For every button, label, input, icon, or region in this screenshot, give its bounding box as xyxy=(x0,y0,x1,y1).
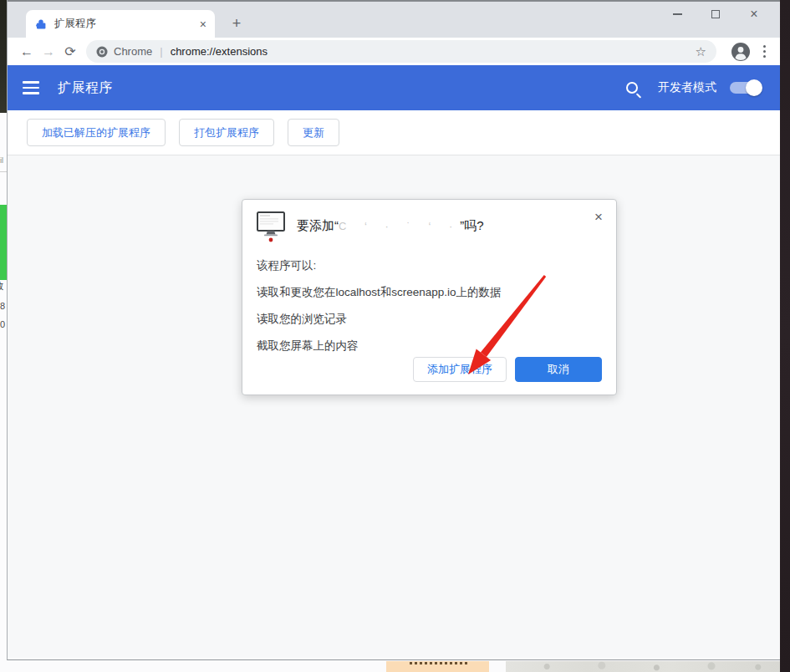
toggle-knob xyxy=(746,79,762,96)
add-extension-dialog: 要添加“C ‘ · ˙ ‘ ·”吗? × 该程序可以: 读取和更改您在local… xyxy=(242,199,617,395)
extension-puzzle-icon xyxy=(34,18,48,31)
cancel-button[interactable]: 取消 xyxy=(515,357,602,382)
background-divider-fragment xyxy=(0,171,7,172)
window-controls: × xyxy=(658,2,773,27)
background-window-bottom-sliver xyxy=(0,660,780,672)
close-window-button[interactable]: × xyxy=(735,2,773,27)
add-extension-button[interactable]: 添加扩展程序 xyxy=(413,357,507,382)
dialog-title-redacted-name: C ‘ · ˙ ‘ · xyxy=(339,220,460,232)
tab-title: 扩展程序 xyxy=(54,17,200,31)
close-icon: × xyxy=(750,8,757,21)
load-unpacked-button[interactable]: 加载已解压的扩展程序 xyxy=(27,119,166,146)
browser-toolbar: ← → ⟳ Chrome | chrome://extensions ☆ xyxy=(8,38,780,65)
dialog-title-suffix: ”吗? xyxy=(460,218,483,232)
dialog-actions: 添加扩展程序 取消 xyxy=(413,357,602,382)
dialog-header: 要添加“C ‘ · ˙ ‘ ·”吗? xyxy=(257,211,602,243)
background-number-fragment: 8 xyxy=(0,301,5,311)
pack-extension-button[interactable]: 打包扩展程序 xyxy=(179,119,274,146)
bookmark-star-icon[interactable]: ☆ xyxy=(696,44,706,59)
screen-recorder-extension-icon xyxy=(257,211,285,243)
forward-button[interactable]: → xyxy=(38,44,59,59)
maximize-icon xyxy=(711,10,720,18)
avatar-icon xyxy=(731,42,751,62)
extensions-action-bar: 加载已解压的扩展程序 打包扩展程序 更新 xyxy=(8,110,780,155)
url-text: chrome://extensions xyxy=(171,45,268,58)
search-icon[interactable] xyxy=(626,82,638,94)
url-separator: | xyxy=(160,45,162,58)
background-window-left-sliver: il 数 8 0 xyxy=(0,113,7,660)
site-label: Chrome xyxy=(114,45,152,58)
dialog-title-prefix: 要添加“ xyxy=(297,218,339,232)
chrome-logo-icon xyxy=(96,46,108,58)
extensions-header: 扩展程序 开发者模式 xyxy=(8,65,780,110)
profile-avatar[interactable] xyxy=(730,41,752,63)
main-menu-button[interactable] xyxy=(23,81,39,94)
background-number-fragment: 0 xyxy=(0,319,5,329)
background-peach-block xyxy=(386,661,489,672)
background-text-fragment: il xyxy=(0,156,3,165)
page-title: 扩展程序 xyxy=(58,79,113,97)
dialog-close-icon[interactable]: × xyxy=(591,206,606,227)
maximize-button[interactable] xyxy=(696,2,735,27)
back-button[interactable]: ← xyxy=(16,44,38,59)
background-tiny-text xyxy=(410,662,468,664)
permission-item: 截取您屏幕上的内容 xyxy=(257,339,602,354)
background-char-fragment: 数 xyxy=(0,280,3,293)
reload-button[interactable]: ⟳ xyxy=(59,43,81,59)
minimize-button[interactable] xyxy=(658,2,696,27)
permission-item: 读取您的浏览记录 xyxy=(257,312,602,327)
desktop-wallpaper-right xyxy=(780,0,790,672)
update-button[interactable]: 更新 xyxy=(288,119,339,146)
browser-menu-button[interactable] xyxy=(757,45,772,58)
developer-mode-label: 开发者模式 xyxy=(658,80,716,95)
dialog-title: 要添加“C ‘ · ˙ ‘ ·”吗? xyxy=(297,218,484,234)
background-engraving-image xyxy=(506,661,780,672)
minimize-icon xyxy=(673,13,682,15)
tab-close-icon[interactable]: × xyxy=(200,18,206,30)
dialog-intro-text: 该程序可以: xyxy=(257,258,602,273)
developer-mode-toggle[interactable] xyxy=(730,82,760,94)
tab-strip: 扩展程序 × + × xyxy=(8,0,780,38)
new-tab-button[interactable]: + xyxy=(227,13,247,33)
tab-extensions[interactable]: 扩展程序 × xyxy=(26,10,215,38)
desktop-wallpaper-topleft xyxy=(0,0,7,113)
address-bar[interactable]: Chrome | chrome://extensions ☆ xyxy=(86,40,716,63)
permission-item: 读取和更改您在localhost和screenapp.io上的数据 xyxy=(257,285,602,300)
background-green-block xyxy=(0,205,7,280)
browser-window: 扩展程序 × + × ← → ⟳ Chrome | chrome://exten… xyxy=(7,0,780,660)
